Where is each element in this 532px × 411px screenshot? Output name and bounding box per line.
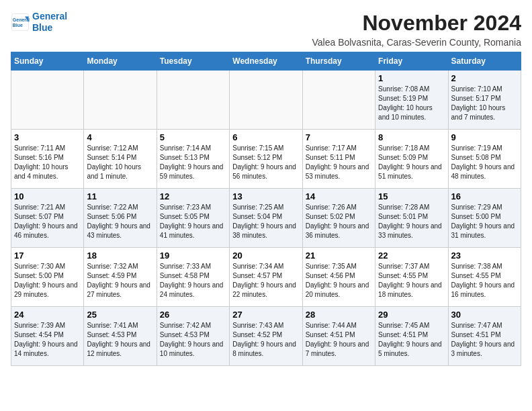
day-info: Sunrise: 7:32 AM Sunset: 4:59 PM Dayligh… [87, 262, 153, 300]
day-info: Sunrise: 7:42 AM Sunset: 4:53 PM Dayligh… [160, 321, 226, 359]
calendar-cell: 2Sunrise: 7:10 AM Sunset: 5:17 PM Daylig… [448, 71, 521, 130]
day-info: Sunrise: 7:44 AM Sunset: 4:51 PM Dayligh… [306, 321, 372, 359]
calendar-cell: 9Sunrise: 7:19 AM Sunset: 5:08 PM Daylig… [448, 130, 521, 189]
calendar-cell: 1Sunrise: 7:08 AM Sunset: 5:19 PM Daylig… [375, 71, 448, 130]
title-area: November 2024 Valea Bolvasnita, Caras-Se… [312, 11, 521, 48]
day-number: 5 [160, 132, 226, 142]
day-info: Sunrise: 7:17 AM Sunset: 5:11 PM Dayligh… [306, 144, 372, 181]
calendar-cell [11, 71, 84, 130]
calendar-cell: 8Sunrise: 7:18 AM Sunset: 5:09 PM Daylig… [375, 130, 448, 189]
day-number: 3 [14, 132, 81, 142]
month-title: November 2024 [312, 11, 521, 36]
day-number: 4 [87, 132, 153, 142]
weekday-header-sunday: Sunday [11, 52, 84, 71]
logo-icon: General Blue [11, 13, 30, 32]
day-info: Sunrise: 7:12 AM Sunset: 5:14 PM Dayligh… [87, 144, 153, 181]
day-number: 22 [378, 250, 445, 261]
day-number: 11 [87, 191, 153, 201]
calendar-cell: 22Sunrise: 7:37 AM Sunset: 4:55 PM Dayli… [375, 248, 448, 307]
calendar-cell: 24Sunrise: 7:39 AM Sunset: 4:54 PM Dayli… [11, 307, 84, 366]
week-row-4: 17Sunrise: 7:30 AM Sunset: 5:00 PM Dayli… [11, 248, 521, 307]
day-info: Sunrise: 7:37 AM Sunset: 4:55 PM Dayligh… [378, 262, 445, 300]
calendar-cell: 27Sunrise: 7:43 AM Sunset: 4:52 PM Dayli… [230, 307, 302, 366]
day-number: 9 [451, 132, 518, 142]
day-number: 12 [160, 191, 226, 201]
day-number: 6 [232, 132, 299, 142]
day-number: 24 [14, 310, 81, 320]
day-number: 7 [306, 132, 372, 142]
day-info: Sunrise: 7:30 AM Sunset: 5:00 PM Dayligh… [14, 262, 81, 300]
svg-rect-0 [11, 13, 28, 30]
calendar-cell: 15Sunrise: 7:28 AM Sunset: 5:01 PM Dayli… [375, 189, 448, 248]
week-row-2: 3Sunrise: 7:11 AM Sunset: 5:16 PM Daylig… [11, 130, 521, 189]
calendar-table: SundayMondayTuesdayWednesdayThursdayFrid… [11, 52, 521, 366]
day-number: 27 [232, 310, 299, 320]
day-info: Sunrise: 7:29 AM Sunset: 5:00 PM Dayligh… [451, 203, 518, 240]
day-info: Sunrise: 7:47 AM Sunset: 4:51 PM Dayligh… [451, 321, 518, 359]
calendar-cell: 28Sunrise: 7:44 AM Sunset: 4:51 PM Dayli… [302, 307, 375, 366]
day-number: 18 [87, 250, 153, 261]
day-info: Sunrise: 7:23 AM Sunset: 5:05 PM Dayligh… [160, 203, 226, 240]
day-info: Sunrise: 7:11 AM Sunset: 5:16 PM Dayligh… [14, 144, 81, 181]
day-number: 16 [451, 191, 518, 201]
day-info: Sunrise: 7:26 AM Sunset: 5:02 PM Dayligh… [306, 203, 372, 240]
day-info: Sunrise: 7:18 AM Sunset: 5:09 PM Dayligh… [378, 144, 445, 181]
day-info: Sunrise: 7:21 AM Sunset: 5:07 PM Dayligh… [14, 203, 81, 240]
weekday-header-thursday: Thursday [302, 52, 375, 71]
logo-line2: Blue [32, 22, 52, 33]
day-info: Sunrise: 7:43 AM Sunset: 4:52 PM Dayligh… [232, 321, 299, 359]
calendar-cell: 14Sunrise: 7:26 AM Sunset: 5:02 PM Dayli… [302, 189, 375, 248]
day-info: Sunrise: 7:22 AM Sunset: 5:06 PM Dayligh… [87, 203, 153, 240]
day-number: 29 [378, 310, 445, 320]
calendar-cell: 23Sunrise: 7:38 AM Sunset: 4:55 PM Dayli… [448, 248, 521, 307]
calendar-cell: 19Sunrise: 7:33 AM Sunset: 4:58 PM Dayli… [157, 248, 229, 307]
day-info: Sunrise: 7:15 AM Sunset: 5:12 PM Dayligh… [232, 144, 299, 181]
week-row-5: 24Sunrise: 7:39 AM Sunset: 4:54 PM Dayli… [11, 307, 521, 366]
day-info: Sunrise: 7:35 AM Sunset: 4:56 PM Dayligh… [306, 262, 372, 300]
day-number: 30 [451, 310, 518, 320]
location-subtitle: Valea Bolvasnita, Caras-Severin County, … [312, 37, 521, 48]
calendar-cell: 4Sunrise: 7:12 AM Sunset: 5:14 PM Daylig… [84, 130, 157, 189]
calendar-cell: 20Sunrise: 7:34 AM Sunset: 4:57 PM Dayli… [230, 248, 302, 307]
calendar-cell [230, 71, 302, 130]
weekday-header-saturday: Saturday [448, 52, 521, 71]
calendar-cell: 7Sunrise: 7:17 AM Sunset: 5:11 PM Daylig… [302, 130, 375, 189]
header: General Blue General Blue November 2024 … [11, 11, 521, 48]
day-info: Sunrise: 7:41 AM Sunset: 4:53 PM Dayligh… [87, 321, 153, 359]
day-number: 26 [160, 310, 226, 320]
day-info: Sunrise: 7:19 AM Sunset: 5:08 PM Dayligh… [451, 144, 518, 181]
day-info: Sunrise: 7:14 AM Sunset: 5:13 PM Dayligh… [160, 144, 226, 181]
calendar-cell: 5Sunrise: 7:14 AM Sunset: 5:13 PM Daylig… [157, 130, 229, 189]
day-number: 23 [451, 250, 518, 261]
day-info: Sunrise: 7:10 AM Sunset: 5:17 PM Dayligh… [451, 85, 518, 122]
day-number: 28 [306, 310, 372, 320]
weekday-header-friday: Friday [375, 52, 448, 71]
weekday-header-row: SundayMondayTuesdayWednesdayThursdayFrid… [11, 52, 521, 71]
week-row-3: 10Sunrise: 7:21 AM Sunset: 5:07 PM Dayli… [11, 189, 521, 248]
svg-text:Blue: Blue [13, 23, 23, 28]
day-number: 25 [87, 310, 153, 320]
logo-text: General Blue [32, 11, 67, 34]
calendar-cell [84, 71, 157, 130]
weekday-header-tuesday: Tuesday [157, 52, 229, 71]
calendar-cell: 16Sunrise: 7:29 AM Sunset: 5:00 PM Dayli… [448, 189, 521, 248]
day-number: 13 [232, 191, 299, 201]
day-number: 2 [451, 73, 518, 83]
weekday-header-monday: Monday [84, 52, 157, 71]
calendar-cell [302, 71, 375, 130]
day-number: 1 [378, 73, 445, 83]
weekday-header-wednesday: Wednesday [230, 52, 302, 71]
calendar-cell: 25Sunrise: 7:41 AM Sunset: 4:53 PM Dayli… [84, 307, 157, 366]
calendar-cell [157, 71, 229, 130]
week-row-1: 1Sunrise: 7:08 AM Sunset: 5:19 PM Daylig… [11, 71, 521, 130]
calendar-cell: 21Sunrise: 7:35 AM Sunset: 4:56 PM Dayli… [302, 248, 375, 307]
day-number: 17 [14, 250, 81, 261]
day-info: Sunrise: 7:39 AM Sunset: 4:54 PM Dayligh… [14, 321, 81, 359]
day-info: Sunrise: 7:34 AM Sunset: 4:57 PM Dayligh… [232, 262, 299, 300]
calendar-cell: 11Sunrise: 7:22 AM Sunset: 5:06 PM Dayli… [84, 189, 157, 248]
day-number: 19 [160, 250, 226, 261]
calendar-cell: 3Sunrise: 7:11 AM Sunset: 5:16 PM Daylig… [11, 130, 84, 189]
calendar-cell: 13Sunrise: 7:25 AM Sunset: 5:04 PM Dayli… [230, 189, 302, 248]
day-number: 10 [14, 191, 81, 201]
calendar-cell: 29Sunrise: 7:45 AM Sunset: 4:51 PM Dayli… [375, 307, 448, 366]
